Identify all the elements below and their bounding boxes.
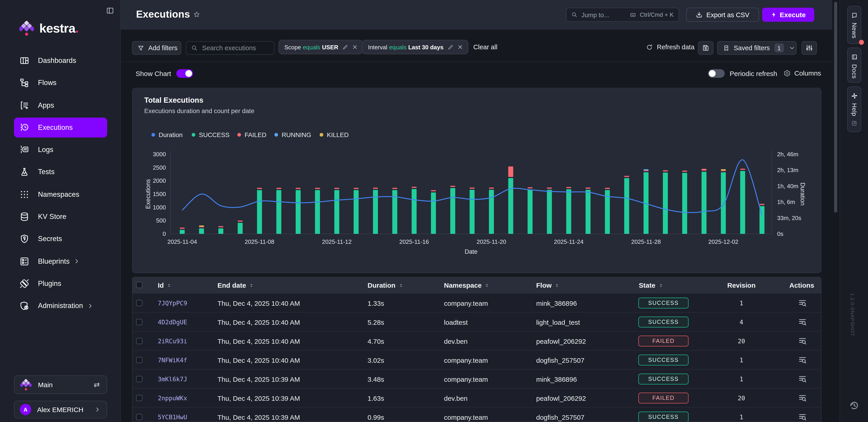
- rail-tab-news[interactable]: News: [847, 6, 861, 44]
- sidebar-item-logs[interactable]: Logs: [14, 140, 107, 160]
- table-row[interactable]: 2nppuWKxThu, Dec 4, 2025 10:39 AM1.63sde…: [132, 388, 821, 407]
- column-header-duration[interactable]: Duration: [368, 277, 403, 293]
- sort-icon[interactable]: [555, 282, 559, 288]
- legend-item-failed[interactable]: FAILED: [237, 131, 267, 139]
- state-badge: FAILED: [638, 336, 688, 346]
- sidebar-item-dashboards[interactable]: Dashboards: [14, 51, 107, 70]
- end-date-cell: Thu, Dec 4, 2025 10:40 AM: [217, 351, 300, 369]
- sidebar-item-plugins[interactable]: Plugins: [14, 274, 107, 294]
- floppy-icon: [702, 44, 709, 52]
- sidebar-item-administration[interactable]: Administration: [14, 296, 107, 316]
- chart-title: Total Executions: [144, 96, 204, 104]
- execution-id-link[interactable]: 5YCB1HwU: [158, 408, 187, 422]
- sort-icon[interactable]: [249, 282, 254, 288]
- execution-id-link[interactable]: 7NFWiK4f: [158, 351, 187, 369]
- sidebar-item-tests[interactable]: Tests: [14, 162, 107, 182]
- download-icon: [696, 11, 703, 18]
- revision-cell: 20: [719, 389, 764, 408]
- execution-id-link[interactable]: 2nppuWKx: [158, 389, 187, 408]
- table-row[interactable]: 7NFWiK4fThu, Dec 4, 2025 10:40 AM3.02sco…: [132, 350, 821, 369]
- open-execution-icon[interactable]: [798, 356, 807, 365]
- tenant-switcher[interactable]: Main: [14, 375, 107, 394]
- row-checkbox[interactable]: [136, 319, 143, 325]
- sidebar-item-kv-store[interactable]: KV Store: [14, 207, 107, 227]
- executions-chart[interactable]: 0500100015002000250030000s33m, 20s1h, 6m…: [132, 147, 822, 274]
- search-executions-input[interactable]: Search executions: [186, 41, 274, 55]
- sidebar-item-namespaces[interactable]: Namespaces: [14, 184, 107, 205]
- execution-id-link[interactable]: 3mKl6k7J: [158, 369, 187, 389]
- open-execution-icon[interactable]: [798, 413, 807, 422]
- select-all-checkbox[interactable]: [136, 282, 143, 288]
- table-row[interactable]: 4D2dDgUEThu, Dec 4, 2025 10:40 AM5.28slo…: [132, 312, 821, 331]
- history-icon[interactable]: [849, 400, 860, 411]
- row-checkbox[interactable]: [136, 395, 143, 401]
- row-checkbox[interactable]: [136, 357, 143, 363]
- columns-button[interactable]: Columns: [783, 69, 821, 77]
- star-icon[interactable]: [193, 11, 200, 18]
- show-chart-toggle[interactable]: [177, 69, 193, 78]
- column-header-state[interactable]: State: [639, 277, 663, 293]
- sort-icon[interactable]: [399, 282, 403, 288]
- add-filters-button[interactable]: Add filters: [132, 41, 181, 55]
- pencil-icon[interactable]: [342, 44, 348, 50]
- legend-item-running[interactable]: RUNNING: [274, 131, 311, 139]
- sort-icon[interactable]: [167, 282, 172, 288]
- open-execution-icon[interactable]: [798, 374, 807, 384]
- legend-item-killed[interactable]: KILLED: [320, 131, 349, 139]
- column-header-flow[interactable]: Flow: [536, 277, 559, 293]
- sidebar-item-apps[interactable]: Apps: [14, 95, 107, 115]
- filter-chip-scope[interactable]: ScopeequalsUSER: [278, 40, 363, 54]
- open-execution-icon[interactable]: [798, 299, 807, 307]
- search-icon: [191, 45, 197, 51]
- rail-tab-docs[interactable]: Docs: [847, 48, 861, 83]
- jump-to-search[interactable]: Jump to... Ctrl/Cmd + K: [566, 8, 679, 22]
- clear-all-button[interactable]: Clear all: [473, 43, 497, 51]
- state-badge: FAILED: [638, 393, 688, 403]
- rail-tab-help[interactable]: Help: [847, 86, 861, 132]
- refresh-data-button[interactable]: Refresh data: [646, 43, 694, 51]
- close-icon[interactable]: [458, 44, 463, 50]
- column-header-end-date[interactable]: End date: [217, 277, 254, 293]
- execute-button[interactable]: Execute: [762, 8, 814, 22]
- close-icon[interactable]: [352, 44, 358, 50]
- kestra-executions-page: kestra. DashboardsFlowsAppsExecutionsLog…: [0, 0, 868, 422]
- sidebar-item-flows[interactable]: Flows: [14, 73, 107, 93]
- table-row[interactable]: 2iRCu93iThu, Dec 4, 2025 10:40 AM4.70sde…: [132, 331, 821, 350]
- user-menu[interactable]: A Alex EMERICH: [14, 401, 107, 418]
- pencil-icon[interactable]: [447, 44, 454, 50]
- legend-dot: [192, 133, 195, 137]
- row-checkbox[interactable]: [136, 414, 143, 420]
- sidebar-item-executions[interactable]: Executions: [14, 118, 107, 138]
- row-checkbox[interactable]: [136, 338, 143, 344]
- filter-chip-interval[interactable]: IntervalequalsLast 30 days: [362, 40, 468, 54]
- row-checkbox[interactable]: [136, 376, 143, 382]
- periodic-refresh-toggle[interactable]: [708, 69, 725, 78]
- sidebar-item-blueprints[interactable]: Blueprints: [14, 251, 107, 271]
- execution-id-link[interactable]: 7JQYpPC9: [158, 294, 187, 312]
- kestra-logo[interactable]: kestra.: [20, 21, 79, 36]
- export-csv-button[interactable]: Export as CSV: [686, 8, 759, 22]
- open-execution-icon[interactable]: [798, 336, 807, 345]
- sort-icon[interactable]: [485, 282, 489, 288]
- open-execution-icon[interactable]: [798, 393, 807, 402]
- display-options-button[interactable]: [802, 41, 817, 55]
- open-execution-icon[interactable]: [798, 318, 807, 327]
- column-header-namespace[interactable]: Namespace: [444, 277, 489, 293]
- scrollbar[interactable]: [834, 2, 837, 213]
- save-filter-button[interactable]: [698, 41, 713, 55]
- sidebar-collapse-icon[interactable]: [106, 7, 114, 14]
- saved-filters-dropdown[interactable]: Saved filters 1: [717, 41, 797, 55]
- execution-id-link[interactable]: 4D2dDgUE: [158, 312, 187, 332]
- table-row[interactable]: 5YCB1HwUThu, Dec 4, 2025 10:39 AM0.99sco…: [132, 407, 821, 422]
- table-row[interactable]: 3mKl6k7JThu, Dec 4, 2025 10:39 AM3.48sco…: [132, 369, 821, 388]
- end-date-cell: Thu, Dec 4, 2025 10:40 AM: [217, 312, 300, 332]
- column-header-id[interactable]: Id: [158, 277, 172, 293]
- execution-id-link[interactable]: 2iRCu93i: [158, 332, 187, 351]
- row-checkbox[interactable]: [136, 300, 143, 306]
- legend-item-success[interactable]: SUCCESS: [192, 131, 229, 139]
- sidebar-item-secrets[interactable]: Secrets: [14, 229, 107, 249]
- table-row[interactable]: 7JQYpPC9Thu, Dec 4, 2025 10:40 AM1.33sco…: [132, 293, 821, 312]
- shortcut-hint: Ctrl/Cmd + K: [640, 11, 674, 18]
- sort-icon[interactable]: [658, 282, 663, 288]
- legend-item-duration[interactable]: Duration: [151, 131, 183, 139]
